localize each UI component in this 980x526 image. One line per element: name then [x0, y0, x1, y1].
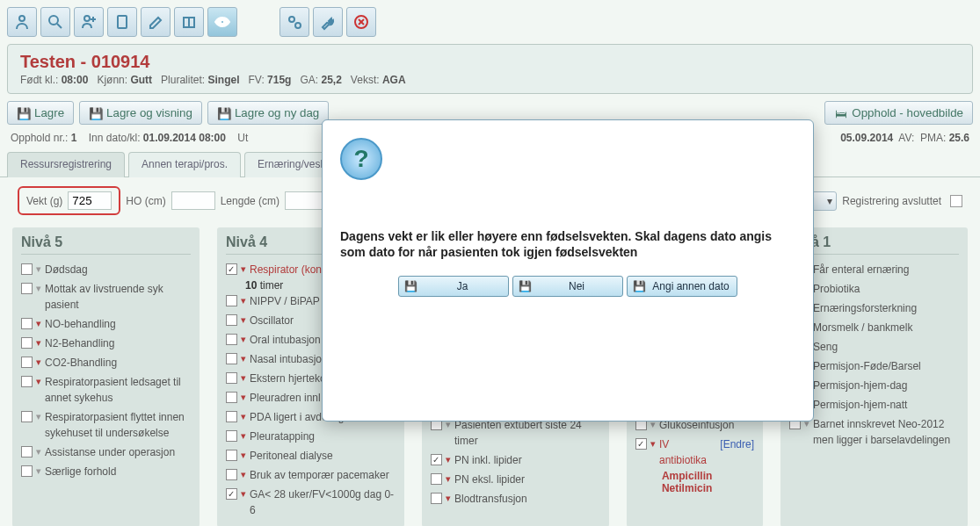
endre-link[interactable]: [Endre]	[720, 436, 754, 452]
search-icon	[47, 13, 64, 31]
toolbar-btn-4[interactable]	[107, 7, 137, 37]
vekt-highlight: Vekt (g)	[18, 186, 120, 215]
wrench-icon	[319, 13, 337, 31]
svg-point-9	[289, 17, 294, 22]
opphold-button[interactable]: 🛏Opphold - hovedbilde	[824, 101, 973, 125]
dialog-nei-button[interactable]: 💾Nei	[512, 276, 623, 297]
drug-item: Ampicillin	[662, 470, 754, 482]
svg-point-3	[84, 16, 90, 21]
toolbar-btn-wrench[interactable]	[313, 7, 343, 37]
eye-icon	[214, 13, 231, 31]
close-icon	[352, 13, 370, 31]
tab-terapi[interactable]: Annen terapi/pros.	[128, 152, 241, 177]
dialog-text: Dagens vekt er lik eller høyere enn føds…	[340, 228, 795, 260]
level1-title: Nivå 1	[789, 234, 959, 255]
reg-avsluttet-checkbox[interactable]	[950, 195, 962, 207]
level5-title: Nivå 5	[21, 234, 191, 255]
save-icon: 💾	[404, 280, 417, 292]
dialog-annen-dato-button[interactable]: 💾Angi annen dato	[627, 276, 737, 297]
svg-point-8	[221, 20, 224, 24]
svg-point-10	[295, 23, 301, 28]
user-plus-icon	[80, 13, 98, 31]
svg-line-2	[57, 24, 62, 28]
toolbar-btn-7[interactable]	[207, 7, 237, 37]
ho-input[interactable]	[171, 191, 215, 210]
toolbar-btn-close[interactable]	[346, 7, 376, 37]
reg-avsluttet-label: Registrering avsluttet	[842, 195, 941, 207]
dialog-ja-button[interactable]: 💾Ja	[398, 276, 509, 297]
lengde-label: Lengde (cm)	[221, 195, 279, 207]
confirm-dialog: ? Dagens vekt er lik eller høyere enn fø…	[322, 119, 814, 422]
save-icon: 💾	[519, 280, 531, 292]
save-icon: 💾	[89, 107, 101, 119]
book-icon	[180, 13, 198, 31]
tab-ressurs[interactable]: Ressursregistrering	[7, 152, 125, 177]
level5-col: Nivå 5 ▾Dødsdag ▾Mottak av livstruende s…	[12, 227, 200, 526]
svg-point-0	[19, 16, 25, 21]
save-icon: 💾	[633, 280, 645, 292]
toolbar-btn-5[interactable]	[141, 7, 171, 37]
vekt-input[interactable]	[68, 191, 112, 210]
svg-point-1	[49, 16, 58, 25]
save-icon: 💾	[217, 107, 229, 119]
lagre-nydag-button[interactable]: 💾Lagre og ny dag	[207, 101, 329, 125]
drug-item: Netilmicin	[662, 482, 754, 494]
toolbar-btn-1[interactable]	[7, 7, 37, 37]
toolbar-btn-2[interactable]	[40, 7, 70, 37]
ho-label: HO (cm)	[126, 195, 165, 207]
lagre-visning-button[interactable]: 💾Lagre og visning	[79, 101, 202, 125]
lagre-button[interactable]: 💾Lagre	[7, 101, 74, 125]
patient-title: Testen - 010914	[20, 52, 960, 72]
toolbar-btn-gears[interactable]	[279, 7, 309, 37]
toolbar-btn-6[interactable]	[174, 7, 204, 37]
list-item: ▾Dødsdag	[21, 260, 191, 279]
bed-icon: 🛏	[834, 107, 846, 119]
toolbar-btn-3[interactable]	[74, 7, 104, 37]
svg-rect-6	[118, 16, 127, 28]
patient-meta: Født kl.: 08:00 Kjønn: Gutt Pluralitet: …	[20, 74, 960, 86]
user-icon	[13, 13, 31, 31]
document-icon	[113, 13, 131, 31]
edit-icon	[147, 13, 164, 31]
gears-icon	[286, 13, 303, 31]
vekt-label: Vekt (g)	[26, 195, 62, 207]
save-icon: 💾	[17, 107, 29, 119]
question-icon: ?	[340, 138, 382, 180]
patient-bar: Testen - 010914 Født kl.: 08:00 Kjønn: G…	[7, 44, 973, 94]
